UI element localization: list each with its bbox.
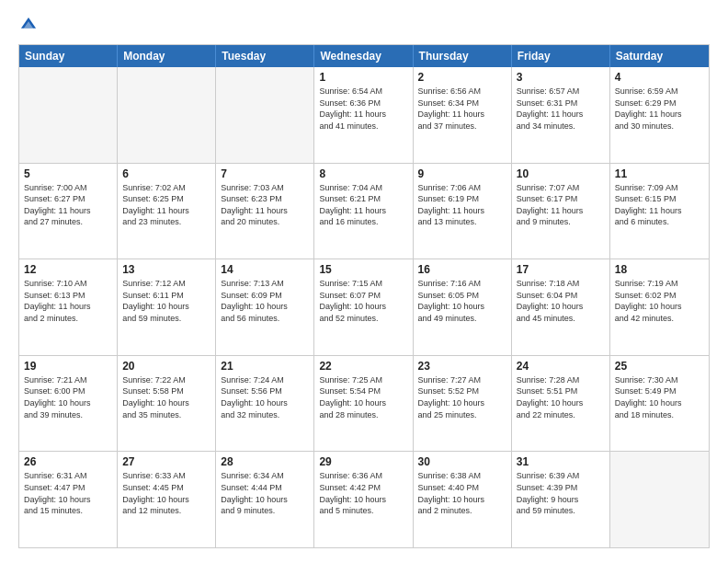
- day-number: 26: [24, 455, 112, 468]
- day-number: 16: [418, 263, 506, 276]
- cell-info: Sunrise: 7:09 AMSunset: 6:15 PMDaylight:…: [615, 182, 704, 228]
- calendar-cell: 3Sunrise: 6:57 AMSunset: 6:31 PMDaylight…: [512, 67, 610, 163]
- cell-info: Sunrise: 6:36 AMSunset: 4:42 PMDaylight:…: [319, 470, 407, 516]
- day-number: 30: [418, 455, 506, 468]
- cell-info: Sunrise: 7:28 AMSunset: 5:51 PMDaylight:…: [517, 374, 605, 420]
- cell-info: Sunrise: 6:38 AMSunset: 4:40 PMDaylight:…: [418, 470, 506, 516]
- cell-info: Sunrise: 7:06 AMSunset: 6:19 PMDaylight:…: [418, 182, 506, 228]
- day-number: 19: [24, 360, 112, 373]
- day-number: 24: [517, 360, 605, 373]
- day-number: 7: [221, 167, 309, 180]
- day-number: 17: [517, 263, 605, 276]
- calendar-cell: [19, 67, 118, 163]
- calendar-cell: 26Sunrise: 6:31 AMSunset: 4:47 PMDayligh…: [19, 452, 118, 547]
- calendar-body: 1Sunrise: 6:54 AMSunset: 6:36 PMDaylight…: [19, 67, 709, 547]
- day-number: 3: [517, 71, 605, 84]
- cell-info: Sunrise: 6:54 AMSunset: 6:36 PMDaylight:…: [319, 86, 407, 132]
- calendar-cell: [216, 67, 314, 163]
- cell-info: Sunrise: 7:25 AMSunset: 5:54 PMDaylight:…: [319, 374, 407, 420]
- day-number: 12: [24, 263, 112, 276]
- cell-info: Sunrise: 7:22 AMSunset: 5:58 PMDaylight:…: [122, 374, 210, 420]
- cell-info: Sunrise: 7:18 AMSunset: 6:04 PMDaylight:…: [517, 278, 605, 324]
- day-number: 23: [418, 360, 506, 373]
- day-number: 22: [319, 360, 407, 373]
- calendar-cell: 16Sunrise: 7:16 AMSunset: 6:05 PMDayligh…: [414, 259, 512, 355]
- calendar-row: 5Sunrise: 7:00 AMSunset: 6:27 PMDaylight…: [19, 164, 709, 260]
- calendar-cell: 18Sunrise: 7:19 AMSunset: 6:02 PMDayligh…: [610, 259, 709, 355]
- day-number: 6: [122, 167, 210, 180]
- cell-info: Sunrise: 6:31 AMSunset: 4:47 PMDaylight:…: [24, 470, 112, 516]
- cell-info: Sunrise: 7:02 AMSunset: 6:25 PMDaylight:…: [122, 182, 210, 228]
- cell-info: Sunrise: 7:30 AMSunset: 5:49 PMDaylight:…: [615, 374, 704, 420]
- cell-info: Sunrise: 7:03 AMSunset: 6:23 PMDaylight:…: [221, 182, 309, 228]
- cell-info: Sunrise: 7:16 AMSunset: 6:05 PMDaylight:…: [418, 278, 506, 324]
- day-number: 20: [122, 360, 210, 373]
- cell-info: Sunrise: 7:10 AMSunset: 6:13 PMDaylight:…: [24, 278, 112, 324]
- day-number: 1: [319, 71, 407, 84]
- calendar-cell: 15Sunrise: 7:15 AMSunset: 6:07 PMDayligh…: [314, 259, 413, 355]
- day-number: 29: [319, 455, 407, 468]
- day-number: 28: [221, 455, 309, 468]
- calendar-cell: 12Sunrise: 7:10 AMSunset: 6:13 PMDayligh…: [19, 259, 118, 355]
- cell-info: Sunrise: 7:04 AMSunset: 6:21 PMDaylight:…: [319, 182, 407, 228]
- calendar-cell: [118, 67, 216, 163]
- cell-info: Sunrise: 6:33 AMSunset: 4:45 PMDaylight:…: [122, 470, 210, 516]
- cell-info: Sunrise: 7:21 AMSunset: 6:00 PMDaylight:…: [24, 374, 112, 420]
- cell-info: Sunrise: 7:15 AMSunset: 6:07 PMDaylight:…: [319, 278, 407, 324]
- calendar-cell: 30Sunrise: 6:38 AMSunset: 4:40 PMDayligh…: [414, 452, 512, 547]
- weekday-header: Thursday: [414, 45, 512, 67]
- weekday-header: Monday: [118, 45, 216, 67]
- calendar-cell: 14Sunrise: 7:13 AMSunset: 6:09 PMDayligh…: [216, 259, 314, 355]
- calendar-cell: 23Sunrise: 7:27 AMSunset: 5:52 PMDayligh…: [414, 356, 512, 452]
- calendar-cell: [610, 452, 709, 547]
- cell-info: Sunrise: 7:00 AMSunset: 6:27 PMDaylight:…: [24, 182, 112, 228]
- calendar-cell: 27Sunrise: 6:33 AMSunset: 4:45 PMDayligh…: [118, 452, 216, 547]
- calendar-cell: 5Sunrise: 7:00 AMSunset: 6:27 PMDaylight…: [19, 164, 118, 259]
- weekday-header: Friday: [512, 45, 610, 67]
- calendar-header: SundayMondayTuesdayWednesdayThursdayFrid…: [19, 45, 709, 67]
- calendar-cell: 4Sunrise: 6:59 AMSunset: 6:29 PMDaylight…: [610, 67, 709, 163]
- day-number: 14: [221, 263, 309, 276]
- calendar-cell: 9Sunrise: 7:06 AMSunset: 6:19 PMDaylight…: [414, 164, 512, 259]
- cell-info: Sunrise: 7:13 AMSunset: 6:09 PMDaylight:…: [221, 278, 309, 324]
- cell-info: Sunrise: 7:12 AMSunset: 6:11 PMDaylight:…: [122, 278, 210, 324]
- calendar-cell: 22Sunrise: 7:25 AMSunset: 5:54 PMDayligh…: [314, 356, 413, 452]
- calendar-row: 1Sunrise: 6:54 AMSunset: 6:36 PMDaylight…: [19, 67, 709, 164]
- day-number: 31: [517, 455, 605, 468]
- calendar-cell: 17Sunrise: 7:18 AMSunset: 6:04 PMDayligh…: [512, 259, 610, 355]
- day-number: 8: [319, 167, 407, 180]
- calendar-cell: 21Sunrise: 7:24 AMSunset: 5:56 PMDayligh…: [216, 356, 314, 452]
- calendar-cell: 1Sunrise: 6:54 AMSunset: 6:36 PMDaylight…: [314, 67, 413, 163]
- calendar-cell: 20Sunrise: 7:22 AMSunset: 5:58 PMDayligh…: [118, 356, 216, 452]
- calendar-cell: 7Sunrise: 7:03 AMSunset: 6:23 PMDaylight…: [216, 164, 314, 259]
- weekday-header: Sunday: [19, 45, 118, 67]
- cell-info: Sunrise: 6:39 AMSunset: 4:39 PMDaylight:…: [517, 470, 605, 516]
- cell-info: Sunrise: 7:07 AMSunset: 6:17 PMDaylight:…: [517, 182, 605, 228]
- weekday-header: Tuesday: [216, 45, 314, 67]
- calendar-cell: 28Sunrise: 6:34 AMSunset: 4:44 PMDayligh…: [216, 452, 314, 547]
- cell-info: Sunrise: 6:34 AMSunset: 4:44 PMDaylight:…: [221, 470, 309, 516]
- calendar-row: 12Sunrise: 7:10 AMSunset: 6:13 PMDayligh…: [19, 259, 709, 356]
- calendar-cell: 2Sunrise: 6:56 AMSunset: 6:34 PMDaylight…: [414, 67, 512, 163]
- calendar-cell: 29Sunrise: 6:36 AMSunset: 4:42 PMDayligh…: [314, 452, 413, 547]
- calendar-cell: 13Sunrise: 7:12 AMSunset: 6:11 PMDayligh…: [118, 259, 216, 355]
- day-number: 9: [418, 167, 506, 180]
- logo: [18, 15, 42, 35]
- day-number: 25: [615, 360, 704, 373]
- calendar-row: 26Sunrise: 6:31 AMSunset: 4:47 PMDayligh…: [19, 452, 709, 547]
- day-number: 10: [517, 167, 605, 180]
- calendar-cell: 25Sunrise: 7:30 AMSunset: 5:49 PMDayligh…: [610, 356, 709, 452]
- calendar-cell: 8Sunrise: 7:04 AMSunset: 6:21 PMDaylight…: [314, 164, 413, 259]
- day-number: 18: [615, 263, 704, 276]
- day-number: 5: [24, 167, 112, 180]
- header: [18, 15, 710, 35]
- cell-info: Sunrise: 7:27 AMSunset: 5:52 PMDaylight:…: [418, 374, 506, 420]
- cell-info: Sunrise: 7:19 AMSunset: 6:02 PMDaylight:…: [615, 278, 704, 324]
- cell-info: Sunrise: 6:57 AMSunset: 6:31 PMDaylight:…: [517, 86, 605, 132]
- weekday-header: Saturday: [610, 45, 709, 67]
- calendar-cell: 19Sunrise: 7:21 AMSunset: 6:00 PMDayligh…: [19, 356, 118, 452]
- page: SundayMondayTuesdayWednesdayThursdayFrid…: [0, 0, 728, 563]
- calendar-row: 19Sunrise: 7:21 AMSunset: 6:00 PMDayligh…: [19, 356, 709, 453]
- calendar-cell: 24Sunrise: 7:28 AMSunset: 5:51 PMDayligh…: [512, 356, 610, 452]
- calendar-cell: 10Sunrise: 7:07 AMSunset: 6:17 PMDayligh…: [512, 164, 610, 259]
